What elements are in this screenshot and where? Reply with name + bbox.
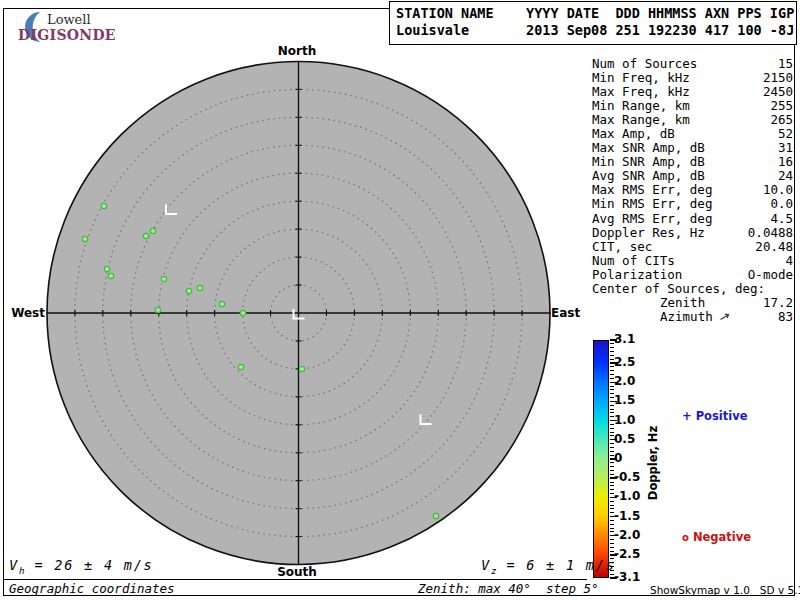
legend-positive-label: Positive (696, 409, 748, 423)
colorbar-minor-tick (610, 485, 614, 486)
colorbar-minor-tick (610, 435, 614, 436)
stat-label: Avg RMS Err, deg (592, 212, 712, 226)
colorbar-minor-tick (610, 543, 614, 544)
colorbar-minor-tick (610, 347, 614, 348)
colorbar-minor-tick (610, 524, 614, 525)
colorbar-tick-label: 0.5 (614, 432, 635, 446)
stats-row: PolarizationO-mode (592, 268, 793, 282)
logo-lowell-text: Lowell (47, 12, 91, 27)
stat-value: 83 (778, 310, 793, 324)
stat-label: Num of CITs (592, 254, 675, 268)
plus-icon: + (682, 409, 692, 423)
stats-panel: Num of Sources15Min Freq, kHz2150Max Fre… (592, 57, 793, 324)
stat-label: Doppler Res, Hz (592, 226, 705, 240)
stat-label: Min RMS Err, deg (592, 197, 712, 211)
stats-row: Zenith17.2 (592, 296, 793, 310)
colorbar-minor-tick (610, 493, 614, 494)
colorbar-minor-tick (610, 397, 614, 398)
showskymap-window: Lowell DIGISONDE STATION NAME YYYY DATE … (0, 0, 800, 600)
colorbar-minor-tick (610, 351, 614, 352)
legend-negative: o Negative (666, 516, 751, 558)
stats-row: Min Freq, kHz2150 (592, 71, 793, 85)
colorbar-minor-tick (610, 432, 614, 433)
colorbar-minor-tick (610, 551, 614, 552)
zenith-grid-info: Zenith: max 40° step 5° (418, 581, 599, 596)
stat-label: Max SNR Amp, dB (592, 141, 705, 155)
horizontal-velocity-readout: Vh = 26 ± 4 m/s (9, 557, 154, 576)
stat-label: Min SNR Amp, dB (592, 155, 705, 169)
colorbar-minor-tick (610, 443, 614, 444)
stat-value: 15 (778, 57, 793, 71)
stat-value: 20.48 (755, 240, 793, 254)
stats-row: Max Range, km265 (592, 113, 793, 127)
colorbar-minor-tick (610, 424, 614, 425)
colorbar-minor-tick (610, 520, 614, 521)
colorbar-tick-label: 2.0 (614, 374, 635, 388)
colorbar-minor-tick (610, 466, 614, 467)
colorbar-minor-tick (610, 366, 614, 367)
colorbar-minor-tick (610, 501, 614, 502)
colorbar-tick-label: -1.5 (614, 509, 640, 523)
stats-row: Min RMS Err, deg0.0 (592, 197, 793, 211)
coordinate-system-label: Geographic coordinates (9, 581, 175, 596)
colorbar-minor-tick (610, 359, 614, 360)
stat-value: 16 (778, 155, 793, 169)
legend-positive: + Positive (666, 395, 748, 437)
colorbar-minor-tick (610, 455, 614, 456)
legend-negative-label: Negative (693, 530, 751, 544)
stats-row: CIT, sec20.48 (592, 240, 793, 254)
stats-row: Avg RMS Err, deg4.5 (592, 212, 793, 226)
colorbar-minor-tick (610, 393, 614, 394)
stat-label: CIT, sec (592, 240, 652, 254)
stat-value: 255 (770, 99, 793, 113)
stat-label: Zenith (660, 296, 705, 310)
colorbar-minor-tick (610, 416, 614, 417)
colorbar-minor-tick (610, 386, 614, 387)
stat-value: 2450 (763, 85, 793, 99)
station-header: STATION NAME YYYY DATE DDD HHMMSS AXN PP… (389, 1, 797, 45)
colorbar-tick-label: -2.5 (614, 547, 640, 561)
colorbar-tick-label: -3.1 (614, 570, 640, 584)
colorbar-minor-tick (610, 547, 614, 548)
colorbar-axis-label: Doppler, Hz (646, 426, 660, 500)
compass-east-label: East (551, 306, 580, 320)
colorbar-minor-tick (610, 428, 614, 429)
stats-row: Min Range, km255 (592, 99, 793, 113)
stats-row: Doppler Res, Hz0.0488 (592, 226, 793, 240)
compass-north-label: North (278, 44, 316, 58)
stats-row: Center of Sources, deg: (592, 282, 793, 296)
stat-value: 0.0 (770, 197, 793, 211)
compass-west-label: West (11, 306, 45, 320)
stats-row: Max Amp, dB52 (592, 127, 793, 141)
stat-value: 265 (770, 113, 793, 127)
stat-value: 24 (778, 169, 793, 183)
stats-row: Max RMS Err, deg10.0 (592, 183, 793, 197)
colorbar-tick-label: 3.1 (614, 332, 635, 346)
colorbar-minor-tick (610, 447, 614, 448)
stat-value: O-mode (748, 268, 793, 282)
colorbar-tick-label: -1.0 (614, 489, 640, 503)
station-header-labels: STATION NAME YYYY DATE DDD HHMMSS AXN PP… (396, 5, 794, 21)
stat-label: Num of Sources (592, 57, 697, 71)
logo-digisonde-text: DIGISONDE (18, 27, 116, 43)
colorbar-minor-tick (610, 412, 614, 413)
colorbar-tick-label: -0.5 (614, 470, 640, 484)
colorbar-minor-tick (610, 405, 614, 406)
stat-label: Avg SNR Amp, dB (592, 169, 705, 183)
circle-icon: o (682, 532, 689, 543)
stats-row: Num of CITs4 (592, 254, 793, 268)
colorbar-minor-tick (610, 355, 614, 356)
stats-row: Min SNR Amp, dB16 (592, 155, 793, 169)
colorbar-minor-tick (610, 378, 614, 379)
colorbar-minor-tick (610, 474, 614, 475)
stat-label: Polarization (592, 268, 682, 282)
app-version-label: ShowSkymap v 1.0 SD v 5.1 (650, 584, 800, 596)
colorbar-tick-label: 2.5 (614, 355, 635, 369)
colorbar-minor-tick (610, 409, 614, 410)
stats-row: Num of Sources15 (592, 57, 793, 71)
stats-row: Avg SNR Amp, dB24 (592, 169, 793, 183)
stat-value: 17.2 (763, 296, 793, 310)
azimuth-direction-arrow-icon (719, 312, 731, 322)
stat-value: 4.5 (770, 212, 793, 226)
colorbar-minor-tick (610, 470, 614, 471)
